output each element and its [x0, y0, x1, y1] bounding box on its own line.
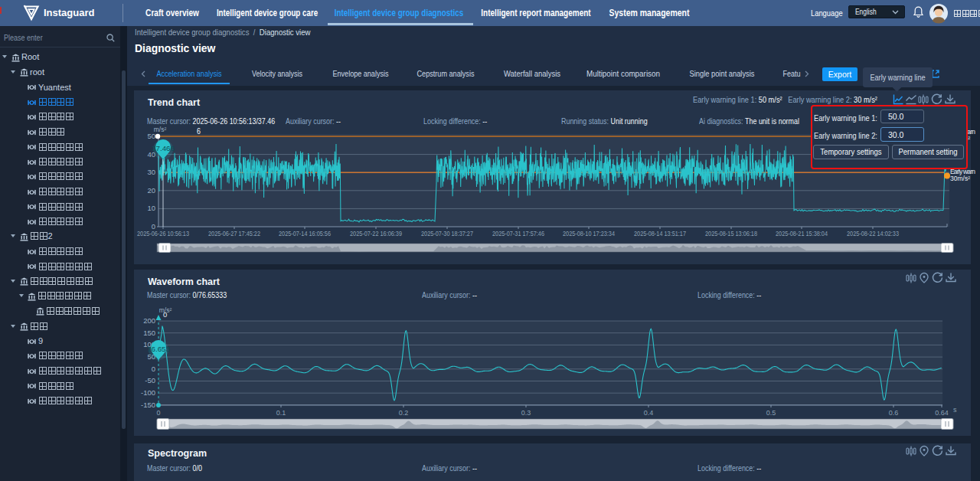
svg-text:2025-08-15 13:06:18: 2025-08-15 13:06:18	[705, 230, 757, 237]
svg-text:0.1: 0.1	[276, 409, 286, 417]
svg-text:30m/s²: 30m/s²	[950, 175, 970, 182]
svg-text:0.3: 0.3	[521, 409, 531, 417]
svg-text:10: 10	[147, 204, 155, 212]
svg-text:2025-07-22 16:06:39: 2025-07-22 16:06:39	[350, 230, 402, 237]
svg-text:150: 150	[143, 329, 155, 337]
svg-text:0.6: 0.6	[889, 409, 899, 417]
svg-text:200: 200	[143, 316, 155, 325]
svg-text:0.64: 0.64	[935, 409, 949, 417]
svg-text:2025-07-31 17:57:46: 2025-07-31 17:57:46	[492, 230, 544, 237]
svg-text:76.653: 76.653	[147, 345, 170, 353]
svg-text:0: 0	[163, 310, 167, 319]
svg-text:-100: -100	[141, 388, 155, 397]
svg-text:20: 20	[147, 186, 155, 195]
svg-text:m/s²: m/s²	[154, 126, 167, 133]
svg-text:37.466: 37.466	[152, 145, 175, 152]
svg-text:2025-08-14 13:51:17: 2025-08-14 13:51:17	[634, 230, 686, 237]
svg-text:0.2: 0.2	[399, 409, 409, 417]
svg-text:2025-08-21 15:38:04: 2025-08-21 15:38:04	[776, 230, 828, 237]
svg-text:0: 0	[152, 365, 155, 373]
svg-text:-150: -150	[141, 401, 155, 409]
svg-text:0.4: 0.4	[644, 409, 654, 417]
svg-text:-50: -50	[145, 376, 155, 384]
svg-text:s: s	[953, 406, 957, 414]
svg-text:0.5: 0.5	[766, 409, 776, 417]
svg-text:2025-08-22 14:02:33: 2025-08-22 14:02:33	[847, 230, 899, 237]
svg-text:2025-07-30 18:37:27: 2025-07-30 18:37:27	[421, 230, 473, 237]
svg-text:2025-06-27 17:45:22: 2025-06-27 17:45:22	[208, 230, 260, 237]
svg-text:30: 30	[147, 168, 155, 176]
svg-text:2025-07-14 16:05:56: 2025-07-14 16:05:56	[279, 230, 331, 237]
svg-text:2025-08-10 17:23:34: 2025-08-10 17:23:34	[563, 230, 615, 237]
svg-text:2025-06-26 10:56:13: 2025-06-26 10:56:13	[137, 230, 189, 237]
svg-text:0: 0	[156, 409, 160, 417]
